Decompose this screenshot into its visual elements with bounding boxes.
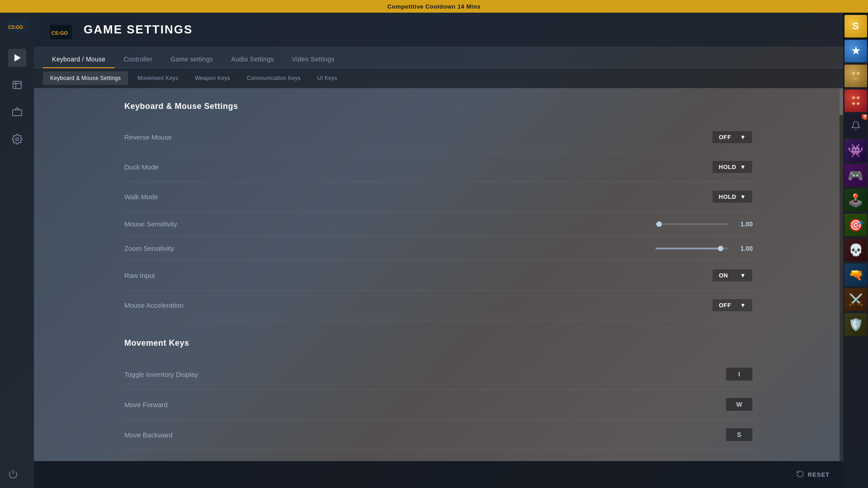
zoom-sensitivity-label: Zoom Sensitivity (124, 244, 174, 252)
avatar-player-5[interactable]: 💀 (844, 239, 867, 261)
reset-label: RESET (808, 471, 830, 478)
mouse-acceleration-label: Mouse Acceleration (124, 301, 184, 309)
tab-audio-settings[interactable]: Audio Settings (222, 51, 283, 68)
avatar-player-6[interactable]: 🔫 (844, 263, 867, 286)
mouse-acceleration-dropdown[interactable]: OFF ▼ (712, 299, 753, 312)
duck-mode-dropdown[interactable]: HOLD ▼ (712, 160, 753, 174)
scrollbar[interactable] (840, 88, 843, 461)
main-content: Keyboard & Mouse Settings Reverse Mouse … (34, 88, 843, 461)
sub-tab-navigation: Keyboard & Mouse Settings Movement Keys … (34, 68, 843, 88)
header-logo[interactable]: CS:GO (47, 23, 75, 41)
walk-mode-dropdown[interactable]: HOLD ▼ (712, 190, 753, 203)
sidebar-icon-tv[interactable] (8, 103, 26, 121)
avatar-player-3[interactable]: 🕹️ (844, 189, 867, 211)
avatar-notification[interactable]: 8 (844, 114, 867, 137)
raw-input-arrow: ▼ (740, 272, 746, 279)
setting-walk-mode: Walk Mode HOLD ▼ (124, 182, 753, 212)
walk-mode-value: HOLD (719, 193, 736, 200)
raw-input-value: ON (719, 272, 728, 279)
setting-duck-mode: Duck Mode HOLD ▼ (124, 152, 753, 182)
avatar-player-2[interactable]: 🎮 (844, 164, 867, 187)
avatar-rank[interactable]: ★★ ★★ (844, 89, 867, 112)
top-banner: Competitive Cooldown 14 Mins (0, 0, 868, 13)
avatar-player-4[interactable]: 🎯 (844, 214, 867, 236)
reset-button[interactable]: RESET (796, 470, 830, 480)
mouse-acceleration-value: OFF (719, 302, 731, 309)
duck-mode-arrow: ▼ (740, 164, 746, 170)
section-keyboard-mouse: Keyboard & Mouse Settings Reverse Mouse … (124, 102, 753, 320)
setting-mouse-acceleration: Mouse Acceleration OFF ▼ (124, 291, 753, 320)
raw-input-dropdown[interactable]: ON ▼ (712, 269, 753, 282)
mouse-sensitivity-label: Mouse Sensitivity (124, 220, 177, 228)
toggle-inventory-keybind[interactable]: I (726, 367, 753, 381)
header: CS:GO GAME SETTINGS (34, 13, 868, 47)
tab-navigation: Keyboard / Mouse Controller Game setting… (34, 47, 843, 68)
duck-mode-value: HOLD (719, 164, 736, 170)
subtab-weapon-keys[interactable]: Weapon Keys (188, 71, 237, 85)
setting-raw-input: Raw Input ON ▼ (124, 261, 753, 291)
tab-video-settings[interactable]: Video Settings (283, 51, 344, 68)
avatar-player-7[interactable]: ⚔️ (844, 288, 867, 311)
svg-marker-2 (14, 54, 21, 61)
reverse-mouse-value: OFF (719, 134, 731, 141)
setting-move-forward: Move Forward W (124, 389, 753, 420)
move-forward-label: Move Forward (124, 401, 168, 408)
mouse-sensitivity-thumb[interactable] (656, 221, 662, 227)
sidebar-icon-play[interactable] (8, 49, 26, 67)
setting-zoom-sensitivity: Zoom Sensitivity 1.00 (124, 236, 753, 261)
mouse-sensitivity-value: 1.00 (735, 221, 753, 228)
subtab-movement-keys[interactable]: Movement Keys (130, 71, 185, 85)
svg-rect-3 (13, 81, 21, 89)
move-backward-label: Move Backward (124, 431, 173, 439)
left-sidebar: CS:GO (0, 13, 34, 488)
subtab-ui-keys[interactable]: UI Keys (310, 71, 344, 85)
csgo-logo[interactable]: CS:GO (6, 17, 28, 35)
page-title: GAME SETTINGS (84, 23, 193, 37)
setting-mouse-sensitivity: Mouse Sensitivity 1.00 (124, 212, 753, 236)
zoom-sensitivity-value: 1.00 (735, 245, 753, 252)
section-title-movement-keys: Movement Keys (124, 338, 753, 348)
mouse-sensitivity-track[interactable] (656, 223, 728, 225)
subtab-communication-keys[interactable]: Communication Keys (240, 71, 308, 85)
avatar-medal[interactable]: ★★ (★) (844, 65, 867, 87)
zoom-sensitivity-track[interactable] (656, 248, 728, 249)
avatar-player-8[interactable]: 🛡️ (844, 313, 867, 336)
section-movement-keys: Movement Keys Toggle Inventory Display I… (124, 338, 753, 450)
sidebar-nav (8, 49, 26, 479)
walk-mode-arrow: ▼ (740, 193, 746, 200)
sidebar-icon-inventory[interactable] (8, 76, 26, 94)
reverse-mouse-label: Reverse Mouse (124, 133, 172, 141)
tab-keyboard-mouse[interactable]: Keyboard / Mouse (43, 51, 114, 68)
tab-controller[interactable]: Controller (114, 51, 161, 68)
sidebar-icon-settings[interactable] (8, 130, 26, 148)
mouse-sensitivity-slider-container: 1.00 (656, 221, 753, 228)
section-title-keyboard-mouse: Keyboard & Mouse Settings (124, 102, 753, 111)
bottom-bar: RESET (34, 461, 843, 488)
svg-text:CS:GO: CS:GO (51, 30, 68, 36)
reset-icon (796, 470, 804, 480)
zoom-sensitivity-slider-container: 1.00 (656, 245, 753, 252)
move-backward-keybind[interactable]: S (726, 428, 753, 441)
avatar-player-1[interactable]: 👾 (844, 139, 867, 162)
walk-mode-label: Walk Mode (124, 193, 158, 201)
setting-toggle-inventory: Toggle Inventory Display I (124, 359, 753, 389)
avatar-coin[interactable]: S (844, 15, 867, 38)
setting-move-backward: Move Backward S (124, 420, 753, 450)
svg-rect-6 (13, 110, 22, 116)
tab-game-settings[interactable]: Game settings (161, 51, 222, 68)
move-forward-keybind[interactable]: W (726, 398, 753, 411)
setting-reverse-mouse: Reverse Mouse OFF ▼ (124, 122, 753, 152)
mouse-acceleration-arrow: ▼ (740, 302, 746, 309)
subtab-keyboard-mouse-settings[interactable]: Keyboard & Mouse Settings (43, 71, 128, 85)
svg-text:CS:GO: CS:GO (8, 25, 23, 30)
power-button[interactable] (8, 469, 18, 481)
svg-point-7 (16, 138, 19, 141)
scrollbar-thumb[interactable] (840, 88, 843, 115)
right-panel: S ★ ★★ (★) ★★ ★★ 8 👾 🎮 🕹️ (843, 13, 868, 488)
raw-input-label: Raw Input (124, 272, 155, 279)
cooldown-text: Competitive Cooldown 14 Mins (387, 3, 481, 10)
avatar-star[interactable]: ★ (844, 40, 867, 62)
zoom-sensitivity-thumb[interactable] (718, 246, 723, 251)
reverse-mouse-dropdown[interactable]: OFF ▼ (712, 131, 753, 144)
reverse-mouse-arrow: ▼ (740, 134, 746, 141)
